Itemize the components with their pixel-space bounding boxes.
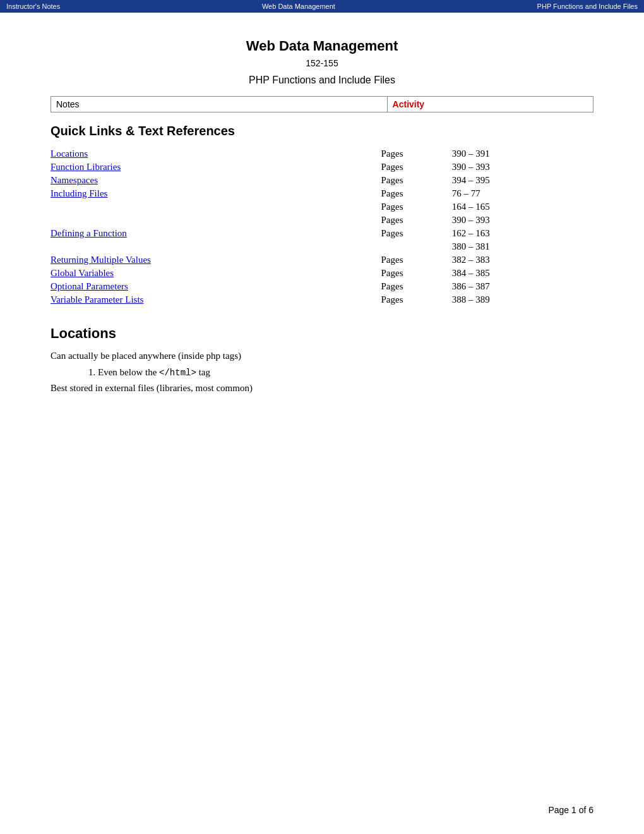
quick-link-cell[interactable]: Variable Parameter Lists <box>51 293 381 306</box>
pages-label: Pages <box>381 214 451 227</box>
pages-label: Pages <box>381 280 451 293</box>
pages-value: 382 – 383 <box>452 253 593 267</box>
footer-text: Page 1 of 6 <box>548 805 593 815</box>
pages-label: Pages <box>381 227 451 240</box>
list-item: Variable Parameter ListsPages388 – 389 <box>51 293 593 306</box>
list-item: Including FilesPages76 – 77 <box>51 187 593 200</box>
locations-line2-end: tag <box>196 367 210 377</box>
main-content: Web Data Management 152-155 PHP Function… <box>0 13 644 435</box>
pages-value: 390 – 393 <box>452 160 593 174</box>
pages-label <box>381 240 451 253</box>
quick-link-cell <box>51 240 381 253</box>
page-title: Web Data Management <box>51 38 593 54</box>
pages-value: 386 – 387 <box>452 280 593 293</box>
quick-link-variable-parameter-lists[interactable]: Variable Parameter Lists <box>51 294 143 305</box>
locations-line2: 1. Even below the </html> tag <box>88 365 593 381</box>
activity-label: Activity <box>393 99 425 109</box>
quick-link-defining-a-function[interactable]: Defining a Function <box>51 228 127 238</box>
pages-value: 390 – 391 <box>452 147 593 160</box>
notes-label: Notes <box>56 99 80 109</box>
list-item: NamespacesPages394 – 395 <box>51 174 593 187</box>
pages-label: Pages <box>381 174 451 187</box>
list-item: Pages390 – 393 <box>51 214 593 227</box>
pages-label: Pages <box>381 160 451 174</box>
quick-link-returning-multiple-values[interactable]: Returning Multiple Values <box>51 255 151 265</box>
quick-link-cell[interactable]: Global Variables <box>51 267 381 280</box>
locations-body: Can actually be placed anywhere (inside … <box>51 348 593 397</box>
pages-value: 162 – 163 <box>452 227 593 240</box>
pages-label: Pages <box>381 200 451 214</box>
header-center: Web Data Management <box>262 3 335 10</box>
quick-link-cell <box>51 200 381 214</box>
quick-link-cell[interactable]: Namespaces <box>51 174 381 187</box>
list-item: Returning Multiple ValuesPages382 – 383 <box>51 253 593 267</box>
locations-code: </html> <box>159 368 196 378</box>
quick-link-global-variables[interactable]: Global Variables <box>51 268 114 278</box>
pages-value: 384 – 385 <box>452 267 593 280</box>
list-item: Optional ParametersPages386 – 387 <box>51 280 593 293</box>
list-item: Pages164 – 165 <box>51 200 593 214</box>
locations-line1: Can actually be placed anywhere (inside … <box>51 348 593 365</box>
quick-links-heading: Quick Links & Text References <box>51 124 593 138</box>
locations-heading: Locations <box>51 325 593 342</box>
notes-activity-table: Notes Activity <box>51 96 593 112</box>
activity-cell: Activity <box>387 97 593 112</box>
list-item: LocationsPages390 – 391 <box>51 147 593 160</box>
locations-line3: Best stored in external files (libraries… <box>51 380 593 397</box>
quick-link-optional-parameters[interactable]: Optional Parameters <box>51 281 128 291</box>
doc-subtitle: PHP Functions and Include Files <box>51 75 593 86</box>
pages-value: 388 – 389 <box>452 293 593 306</box>
quick-link-cell[interactable]: Returning Multiple Values <box>51 253 381 267</box>
quick-link-cell <box>51 214 381 227</box>
pages-label: Pages <box>381 267 451 280</box>
header-right: PHP Functions and Include Files <box>537 3 638 10</box>
quick-link-including-files[interactable]: Including Files <box>51 188 107 198</box>
pages-value: 390 – 393 <box>452 214 593 227</box>
pages-label: Pages <box>381 187 451 200</box>
locations-line2-text: 1. Even below the <box>88 367 159 377</box>
quick-link-cell[interactable]: Optional Parameters <box>51 280 381 293</box>
pages-label: Pages <box>381 147 451 160</box>
quick-link-cell[interactable]: Including Files <box>51 187 381 200</box>
quick-link-cell[interactable]: Function Libraries <box>51 160 381 174</box>
pages-label: Pages <box>381 253 451 267</box>
quick-links-table: LocationsPages390 – 391Function Librarie… <box>51 147 593 306</box>
locations-section: Locations Can actually be placed anywher… <box>51 325 593 397</box>
doc-title: Web Data Management <box>51 38 593 54</box>
list-item: 380 – 381 <box>51 240 593 253</box>
header-bar: Instructor's Notes Web Data Management P… <box>0 0 644 13</box>
quick-link-cell[interactable]: Locations <box>51 147 381 160</box>
pages-value: 380 – 381 <box>452 240 593 253</box>
notes-cell: Notes <box>51 97 388 112</box>
pages-value: 76 – 77 <box>452 187 593 200</box>
list-item: Global VariablesPages384 – 385 <box>51 267 593 280</box>
quick-link-function-libraries[interactable]: Function Libraries <box>51 162 121 172</box>
list-item: Function LibrariesPages390 – 393 <box>51 160 593 174</box>
quick-link-cell[interactable]: Defining a Function <box>51 227 381 240</box>
pages-value: 164 – 165 <box>452 200 593 214</box>
pages-label: Pages <box>381 293 451 306</box>
doc-pages: 152-155 <box>51 58 593 68</box>
page-footer: Page 1 of 6 <box>548 805 593 815</box>
quick-link-namespaces[interactable]: Namespaces <box>51 175 98 185</box>
header-left: Instructor's Notes <box>6 3 60 10</box>
quick-link-locations[interactable]: Locations <box>51 148 88 159</box>
list-item: Defining a FunctionPages162 – 163 <box>51 227 593 240</box>
pages-value: 394 – 395 <box>452 174 593 187</box>
